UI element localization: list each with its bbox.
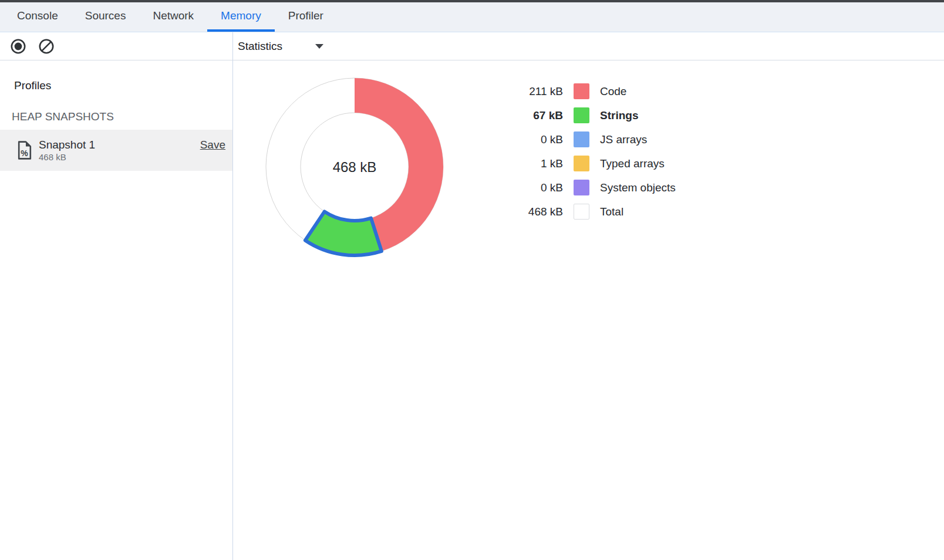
clear-icon (38, 38, 55, 55)
legend-label: Total (600, 205, 623, 218)
panel-body: Profiles HEAP SNAPSHOTS % Snapshot 1 468… (0, 32, 944, 560)
clear-profiles-button[interactable] (38, 38, 55, 55)
legend-value: 0 kB (487, 181, 563, 194)
snapshot-list-item[interactable]: % Snapshot 1 468 kB Save (0, 130, 232, 171)
caret-down-icon (315, 44, 323, 49)
legend-row-typed-arrays: 1 kB Typed arrays (487, 151, 676, 176)
statistics-view: 468 kB 211 kB Code 67 kB Strings 0 kB JS… (233, 60, 944, 560)
legend-label: System objects (600, 181, 676, 194)
tab-memory[interactable]: Memory (207, 2, 275, 32)
donut-slice-strings[interactable] (305, 211, 382, 255)
legend-value: 1 kB (487, 157, 563, 170)
tab-bar: ConsoleSourcesNetworkMemoryProfiler (0, 2, 944, 32)
legend-row-code: 211 kB Code (487, 79, 676, 103)
heap-snapshot-icon: % (18, 140, 32, 160)
perspective-select-value: Statistics (238, 40, 282, 53)
save-link[interactable]: Save (200, 139, 225, 151)
legend-value: 211 kB (487, 85, 563, 98)
legend-label: Typed arrays (600, 157, 665, 170)
memory-view-toolbar: Statistics (233, 32, 944, 60)
devtools-window: ConsoleSourcesNetworkMemoryProfiler (0, 0, 944, 560)
heap-snapshots-heading: HEAP SNAPSHOTS (12, 110, 232, 123)
profiles-toolbar (0, 32, 232, 60)
left-pane: Profiles HEAP SNAPSHOTS % Snapshot 1 468… (0, 32, 233, 560)
tab-console[interactable]: Console (4, 2, 72, 32)
legend-swatch-icon (574, 83, 589, 99)
legend-label: Strings (600, 109, 638, 122)
profiles-heading: Profiles (14, 79, 232, 92)
legend-row-system-objects: 0 kB System objects (487, 176, 676, 200)
record-icon (10, 38, 26, 55)
legend-swatch-icon (574, 131, 589, 147)
tab-profiler[interactable]: Profiler (275, 2, 337, 32)
legend-row-strings: 67 kB Strings (487, 103, 676, 127)
donut-center-label: 468 kB (333, 159, 377, 175)
legend-swatch-icon (574, 204, 589, 220)
tab-sources[interactable]: Sources (72, 2, 140, 32)
record-button[interactable] (10, 38, 26, 55)
perspective-select[interactable]: Statistics (238, 40, 323, 53)
tab-network[interactable]: Network (139, 2, 207, 32)
snapshot-size: 468 kB (39, 152, 95, 163)
legend-row-total: 468 kB Total (487, 200, 676, 224)
legend-swatch-icon (574, 180, 589, 195)
legend-value: 67 kB (487, 109, 563, 122)
donut-chart: 468 kB (258, 70, 451, 264)
profiles-sidebar: Profiles HEAP SNAPSHOTS % Snapshot 1 468… (0, 60, 232, 560)
legend-label: Code (600, 85, 626, 98)
legend-swatch-icon (574, 156, 589, 171)
legend-label: JS arrays (600, 133, 647, 146)
legend-swatch-icon (574, 107, 589, 123)
legend-value: 468 kB (487, 205, 563, 218)
svg-text:%: % (21, 149, 28, 158)
donut-chart-container: 468 kB (258, 70, 451, 264)
chart-legend: 211 kB Code 67 kB Strings 0 kB JS arrays… (487, 79, 676, 224)
legend-value: 0 kB (487, 133, 563, 146)
right-pane: Statistics 468 kB 211 kB Code 67 kB Stri… (233, 32, 944, 560)
snapshot-title: Snapshot 1 (39, 138, 95, 152)
legend-row-js-arrays: 0 kB JS arrays (487, 127, 676, 151)
